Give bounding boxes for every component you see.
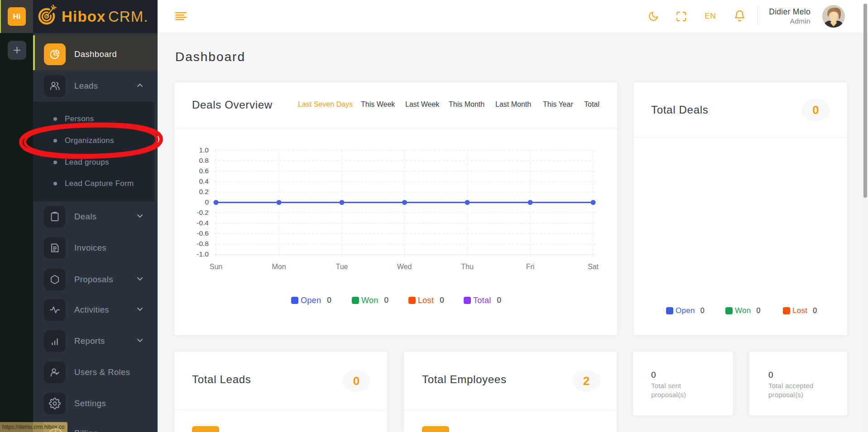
svg-text:-0.4: -0.4 [197,219,209,227]
svg-text:CRM.: CRM. [108,8,148,25]
svg-text:Mon: Mon [272,263,286,271]
svg-text:Thu: Thu [461,263,474,271]
svg-text:Tue: Tue [336,263,348,271]
svg-text:0.6: 0.6 [199,167,209,175]
svg-text:0.4: 0.4 [199,177,209,185]
svg-text:-0.2: -0.2 [197,209,209,216]
svg-text:-1.0: -1.0 [197,250,209,258]
svg-text:0: 0 [205,198,209,206]
svg-text:Wed: Wed [397,263,412,271]
svg-text:1.0: 1.0 [199,146,209,154]
svg-text:0.8: 0.8 [199,157,209,164]
svg-text:Sat: Sat [588,263,599,271]
svg-text:-0.8: -0.8 [197,240,209,247]
svg-text:Sun: Sun [210,263,222,271]
svg-text:0.2: 0.2 [199,188,209,195]
svg-text:-0.6: -0.6 [197,229,209,237]
svg-text:Fri: Fri [526,263,535,271]
svg-text:Hibox: Hibox [62,8,106,25]
